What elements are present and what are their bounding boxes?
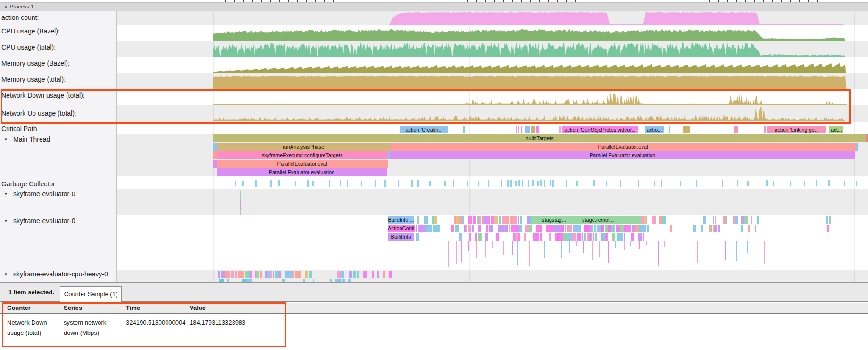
evaluator-slice[interactable] <box>751 216 752 224</box>
evaluator-slice[interactable] <box>506 216 509 224</box>
gc-event-slice[interactable] <box>453 180 454 187</box>
gc-event-slice[interactable] <box>467 181 468 186</box>
evaluator-slice[interactable] <box>353 271 356 278</box>
evaluator-slice[interactable] <box>511 225 515 232</box>
evaluator-slice[interactable] <box>565 225 566 232</box>
evaluator-slice[interactable] <box>422 225 426 232</box>
evaluator-slice[interactable] <box>218 271 220 278</box>
evaluator-slice[interactable] <box>349 271 352 278</box>
gc-event-slice[interactable] <box>804 181 805 186</box>
evaluator-deep-call[interactable] <box>551 241 551 267</box>
evaluator-slice[interactable] <box>577 233 581 241</box>
evaluator-slice[interactable] <box>289 271 291 278</box>
evaluator-slice[interactable] <box>487 216 490 224</box>
evaluator-slice[interactable] <box>245 271 248 278</box>
evaluator-slice[interactable] <box>459 233 462 241</box>
evaluator-deep-call[interactable] <box>468 241 469 251</box>
evaluator-slice[interactable] <box>540 233 542 241</box>
gc-event-slice[interactable] <box>429 181 431 186</box>
critical-path-slice[interactable] <box>531 126 535 133</box>
gc-event-slice[interactable] <box>278 180 280 186</box>
gc-event-slice[interactable] <box>411 180 413 187</box>
evaluator-slice[interactable] <box>510 216 513 224</box>
counter-chart-network-up-total[interactable] <box>213 106 845 121</box>
evaluator-slice[interactable] <box>597 225 601 232</box>
evaluator-slice[interactable] <box>478 233 482 241</box>
evaluator-slice[interactable] <box>644 216 646 224</box>
collapse-arrow-icon[interactable]: ▾ <box>5 190 7 198</box>
evaluator-slice[interactable] <box>305 271 308 278</box>
evaluator-slice[interactable] <box>624 225 627 232</box>
evaluator-slice[interactable] <box>693 225 696 232</box>
evaluator-slice[interactable] <box>433 225 437 232</box>
gc-event-slice[interactable] <box>522 180 523 187</box>
critical-path-slice[interactable] <box>525 126 530 133</box>
evaluator-slice[interactable] <box>573 225 577 232</box>
evaluator-slice[interactable] <box>605 233 608 241</box>
gc-event-slice[interactable] <box>638 180 639 187</box>
evaluator-deep-call[interactable] <box>534 241 534 246</box>
evaluator-slice[interactable] <box>228 271 230 278</box>
gc-event-slice[interactable] <box>242 181 244 186</box>
evaluator-deep-call[interactable] <box>456 241 457 264</box>
gc-event-slice[interactable] <box>654 181 655 186</box>
evaluator-slice[interactable] <box>577 225 581 232</box>
gc-event-slice[interactable] <box>593 180 595 186</box>
evaluator-slice[interactable] <box>256 271 259 278</box>
evaluator-deep-call[interactable] <box>503 241 504 255</box>
counter-chart-memory-usage-total[interactable] <box>213 74 846 89</box>
gc-event-slice[interactable] <box>515 181 517 186</box>
evaluator-slice[interactable] <box>451 225 454 232</box>
evaluator-slice[interactable] <box>518 216 519 224</box>
evaluator-slice[interactable] <box>389 271 392 278</box>
critical-path-slice[interactable] <box>521 126 522 133</box>
evaluator-slice[interactable] <box>475 233 478 241</box>
gc-event-slice[interactable] <box>417 180 419 187</box>
gc-event-slice[interactable] <box>347 180 348 187</box>
evaluator-slice[interactable] <box>620 225 624 232</box>
critical-path-slice[interactable]: actio... <box>645 126 664 133</box>
main-thread-slice[interactable] <box>213 160 217 168</box>
evaluator-slice[interactable] <box>502 216 505 224</box>
evaluator-slice[interactable] <box>591 233 592 241</box>
evaluator-slice[interactable] <box>499 216 501 224</box>
main-thread-slice[interactable]: skyframeExecutor.configureTargets <box>217 151 388 159</box>
gc-event-slice[interactable] <box>510 180 512 187</box>
evaluator-slice[interactable] <box>525 225 529 232</box>
evaluator-slice[interactable] <box>426 225 428 232</box>
evaluator-slice[interactable] <box>513 216 517 224</box>
gc-event-slice[interactable] <box>537 181 539 186</box>
evaluator-deep-call[interactable] <box>561 241 562 258</box>
evaluator-slice[interactable] <box>515 225 519 232</box>
critical-path-slice[interactable] <box>463 126 465 133</box>
main-thread-slice[interactable] <box>213 151 217 159</box>
evaluator-slice[interactable] <box>718 225 721 232</box>
evaluator-deep-call[interactable] <box>709 241 709 258</box>
evaluator-slice[interactable] <box>515 233 518 241</box>
evaluator-slice[interactable] <box>561 225 564 232</box>
gc-event-slice[interactable] <box>507 180 509 187</box>
evaluator-deep-call[interactable] <box>569 241 570 253</box>
evaluator-slice[interactable] <box>619 233 623 241</box>
evaluator-slice[interactable] <box>759 225 760 232</box>
evaluator-slice[interactable] <box>416 225 417 232</box>
evaluator-slice[interactable] <box>235 271 238 278</box>
evaluator-slice[interactable] <box>553 225 556 232</box>
counter-chart-cpu-usage-bazel[interactable] <box>213 26 845 41</box>
evaluator-slice[interactable] <box>608 225 611 232</box>
evaluator-slice[interactable] <box>713 216 714 224</box>
evaluator-slice[interactable] <box>485 233 488 241</box>
evaluator-deep-call[interactable] <box>747 241 748 253</box>
evaluator-slice[interactable] <box>536 225 538 232</box>
sidebar-track-12[interactable]: ▾skyframe-evaluator-cpu-heavy-0 <box>0 270 116 278</box>
evaluator-slice[interactable] <box>741 216 743 224</box>
evaluator-slice[interactable] <box>248 271 250 278</box>
evaluator-slice[interactable] <box>741 225 743 232</box>
sidebar-track-11[interactable]: ▾skyframe-evaluator-0 <box>0 217 116 225</box>
evaluator-slice[interactable] <box>221 271 225 278</box>
evaluator-deep-call[interactable] <box>476 241 477 258</box>
evaluator-slice[interactable] <box>437 225 440 232</box>
sidebar-track-9[interactable]: Garbage Collector <box>0 180 116 188</box>
evaluator-slice[interactable] <box>267 271 270 278</box>
gc-event-slice[interactable] <box>856 181 857 186</box>
